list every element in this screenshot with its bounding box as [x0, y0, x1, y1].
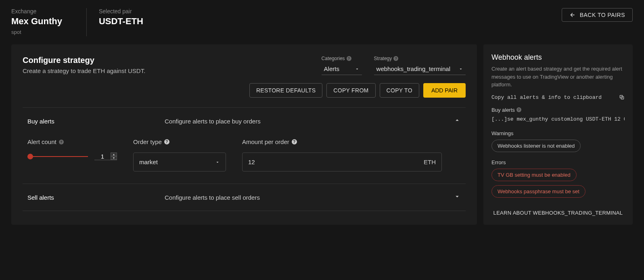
- errors-label: Errors: [491, 159, 625, 165]
- chevron-down-icon: [458, 67, 463, 71]
- copy-all-button[interactable]: Copy all alerts & info to clipboard: [491, 94, 625, 100]
- panel-subtitle: Create a strategy to trade ETH against U…: [23, 67, 145, 74]
- sell-alerts-desc: Configure alerts to place sell orders: [165, 194, 454, 201]
- error-chip: TV GB setting must be enabled: [491, 169, 577, 181]
- header-divider: [86, 8, 87, 36]
- buy-alerts-code[interactable]: [...]se mex_gunthy customlong USDT-ETH 1…: [491, 116, 625, 122]
- arrow-left-icon: [569, 12, 576, 18]
- amount-suffix: ETH: [424, 159, 436, 165]
- main-panel: Configure strategy Create a strategy to …: [11, 44, 477, 225]
- order-type-select[interactable]: market: [133, 153, 226, 171]
- copy-from-button[interactable]: COPY FROM: [326, 83, 375, 98]
- sell-alerts-header[interactable]: Sell alerts Configure alerts to place se…: [23, 184, 466, 211]
- warning-chip: Webhooks listener is not enabled: [491, 140, 581, 152]
- help-icon[interactable]: ?: [516, 107, 521, 112]
- chevron-down-icon: [454, 193, 461, 202]
- buy-alerts-header[interactable]: Buy alerts Configure alerts to place buy…: [23, 108, 466, 134]
- copy-icon: [619, 94, 625, 100]
- back-to-pairs-button[interactable]: BACK TO PAIRS: [562, 8, 633, 22]
- warnings-label: Warnings: [491, 130, 625, 136]
- strategy-select[interactable]: webhooks_trading_terminal: [374, 64, 466, 75]
- webhook-title: Webhook alerts: [491, 53, 625, 62]
- panel-title: Configure strategy: [23, 56, 145, 65]
- copy-to-button[interactable]: COPY TO: [380, 83, 419, 98]
- exchange-sublabel: spot: [11, 29, 62, 35]
- pair-value: USDT-ETH: [99, 16, 143, 27]
- help-icon[interactable]: ?: [292, 139, 297, 144]
- alert-count-label: Alert count ?: [27, 138, 117, 145]
- buy-alerts-side-label: Buy alerts ?: [491, 107, 625, 113]
- amount-label: Amount per order ?: [242, 138, 442, 145]
- categories-select[interactable]: Alerts: [322, 64, 362, 75]
- error-chip: Webhooks passphrase must be set: [491, 185, 585, 198]
- chevron-down-icon: [355, 67, 360, 71]
- webhook-desc: Create an alert based strategy and get t…: [491, 65, 625, 89]
- help-icon[interactable]: ?: [164, 139, 169, 144]
- order-type-label: Order type ?: [133, 138, 226, 145]
- side-panel: Webhook alerts Create an alert based str…: [483, 44, 633, 225]
- chevron-up-icon: [454, 117, 461, 125]
- buy-alerts-title: Buy alerts: [27, 118, 165, 125]
- help-icon[interactable]: ?: [59, 140, 64, 144]
- add-pair-button[interactable]: ADD PAIR: [423, 83, 466, 98]
- help-icon[interactable]: ?: [393, 56, 398, 61]
- help-icon[interactable]: ?: [347, 56, 351, 61]
- spinner-down[interactable]: ▼: [111, 156, 117, 160]
- strategy-label: Strategy ?: [374, 56, 466, 61]
- categories-label: Categories ?: [322, 56, 362, 61]
- alert-count-input[interactable]: [94, 153, 111, 160]
- pair-label: Selected pair: [99, 8, 143, 15]
- buy-alerts-desc: Configure alerts to place buy orders: [165, 118, 454, 125]
- exchange-value: Mex Gunthy: [11, 16, 62, 27]
- restore-defaults-button[interactable]: RESTORE DEFAULTS: [249, 83, 322, 98]
- learn-link[interactable]: LEARN ABOUT WEBHOOKS_TRADING_TERMINAL: [491, 202, 625, 216]
- chevron-down-icon: [215, 160, 220, 165]
- amount-input[interactable]: [248, 153, 424, 171]
- exchange-label: Exchange: [11, 8, 62, 15]
- sell-alerts-title: Sell alerts: [27, 194, 165, 201]
- alert-count-slider[interactable]: [27, 156, 88, 157]
- spinner-up[interactable]: ▲: [111, 153, 117, 156]
